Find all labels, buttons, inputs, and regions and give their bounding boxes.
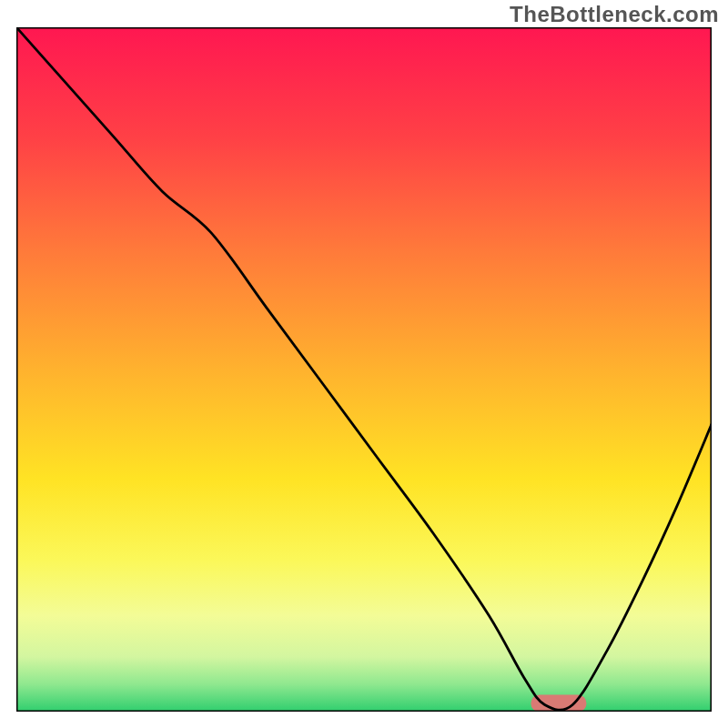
watermark-label: TheBottleneck.com	[510, 2, 719, 27]
gradient-background	[16, 27, 712, 712]
chart-svg	[16, 27, 712, 712]
plot-frame	[16, 27, 712, 712]
chart-container: TheBottleneck.com	[0, 0, 728, 728]
